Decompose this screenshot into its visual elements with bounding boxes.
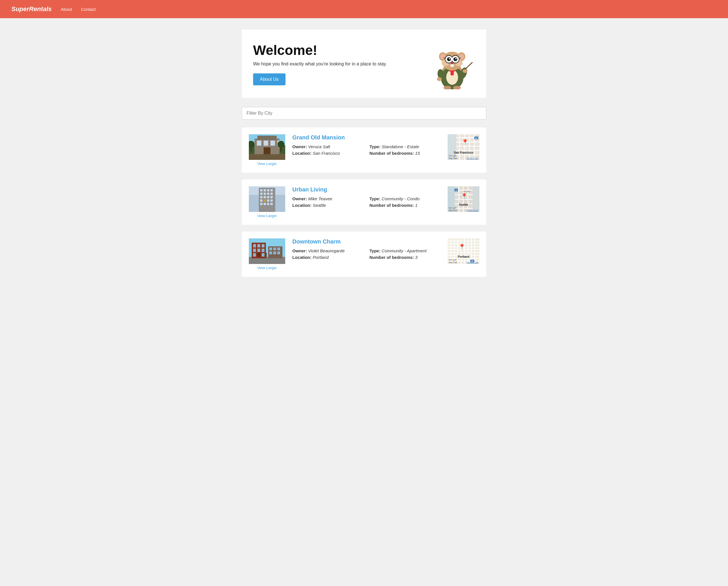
terms-of-use-link[interactable]: Terms of Use xyxy=(467,261,478,263)
svg-rect-76 xyxy=(264,199,266,202)
rental-name[interactable]: Urban Living xyxy=(292,186,441,193)
svg-rect-75 xyxy=(260,199,262,202)
svg-rect-85 xyxy=(473,186,479,212)
nav-link-contact[interactable]: Contact xyxy=(81,7,96,12)
svg-point-9 xyxy=(459,53,464,59)
location-value: San Francisco xyxy=(313,151,340,156)
google-logo: G o o g l e xyxy=(449,154,457,157)
terms-of-use-link[interactable]: Terms of Use xyxy=(467,157,478,159)
svg-rect-111 xyxy=(273,248,276,250)
svg-rect-4 xyxy=(450,70,453,75)
owner-value: Violet Beauregarde xyxy=(308,248,345,253)
list-item: Location: Portland xyxy=(292,255,364,260)
svg-rect-112 xyxy=(277,248,280,250)
svg-rect-113 xyxy=(269,252,272,254)
page-wrapper: Welcome! We hope you find exactly what y… xyxy=(236,18,492,301)
svg-rect-82 xyxy=(270,203,273,205)
svg-rect-74 xyxy=(270,196,273,198)
svg-rect-64 xyxy=(264,189,266,192)
svg-rect-72 xyxy=(264,196,266,198)
svg-point-46 xyxy=(278,141,284,148)
list-item: Number of bedrooms: 15 xyxy=(369,151,441,156)
hero-title: Welcome! xyxy=(253,42,387,58)
google-logo: G o o g l e xyxy=(449,206,457,209)
svg-rect-70 xyxy=(270,193,273,195)
svg-rect-79 xyxy=(260,203,262,205)
svg-rect-56 xyxy=(469,134,470,160)
rental-thumbnail xyxy=(249,238,285,264)
rental-info: Owner: Mike Teavee Type: Community - Con… xyxy=(292,196,441,208)
svg-rect-102 xyxy=(262,244,264,248)
rental-name[interactable]: Downtown Charm xyxy=(292,238,441,245)
map-pin-icon: 📍 xyxy=(462,139,469,145)
rental-thumbnail xyxy=(249,134,285,160)
rental-details: Grand Old Mansion Owner: Veruca Salt Typ… xyxy=(292,134,441,156)
svg-rect-81 xyxy=(267,203,269,205)
svg-point-20 xyxy=(453,57,457,61)
nav-link-about[interactable]: About xyxy=(61,7,72,12)
rental-info: Owner: Violet Beauregarde Type: Communit… xyxy=(292,248,441,260)
rental-name[interactable]: Grand Old Mansion xyxy=(292,134,441,141)
list-item: Number of bedrooms: 1 xyxy=(369,203,441,208)
map-city-label: Seattle xyxy=(459,203,468,206)
svg-rect-80 xyxy=(264,203,266,205)
svg-rect-42 xyxy=(264,147,270,154)
svg-rect-71 xyxy=(260,196,262,198)
bedrooms-value: 3 xyxy=(415,255,417,260)
view-larger-link[interactable]: View Larger xyxy=(257,214,277,218)
svg-rect-116 xyxy=(266,253,267,258)
type-value: Community - Apartment xyxy=(382,248,426,253)
list-item: Type: Community - Apartment xyxy=(369,248,441,253)
svg-rect-103 xyxy=(253,249,256,252)
navbar: SuperRentals About Contact xyxy=(0,0,728,18)
rental-image-col: View Larger xyxy=(249,238,286,270)
table-row: View Larger Downtown Charm Owner: Violet… xyxy=(242,232,486,277)
svg-rect-115 xyxy=(277,252,280,254)
map-city-label: Portland xyxy=(458,255,469,258)
filter-input[interactable] xyxy=(242,107,486,120)
svg-rect-110 xyxy=(269,248,272,250)
svg-rect-63 xyxy=(260,189,262,192)
svg-point-7 xyxy=(440,53,445,59)
google-logo: G o o g l e xyxy=(449,259,457,261)
svg-rect-101 xyxy=(257,244,260,248)
view-larger-link[interactable]: View Larger xyxy=(257,161,277,166)
nav-brand[interactable]: SuperRentals xyxy=(11,5,52,13)
svg-point-19 xyxy=(447,57,451,61)
map-data-label: Map Data xyxy=(449,209,457,211)
svg-rect-133 xyxy=(474,238,475,264)
svg-rect-129 xyxy=(461,238,462,264)
list-item: Location: Seattle xyxy=(292,203,364,208)
filter-section xyxy=(242,107,486,120)
svg-rect-100 xyxy=(253,244,256,248)
bedrooms-value: 1 xyxy=(415,203,417,208)
type-label: Type: xyxy=(369,248,381,253)
terms-of-use-link[interactable]: Terms of Use xyxy=(467,209,478,211)
svg-text:5: 5 xyxy=(456,189,457,192)
owner-label: Owner: xyxy=(292,196,307,201)
svg-rect-66 xyxy=(270,189,273,192)
svg-rect-67 xyxy=(260,193,262,195)
list-item: Number of bedrooms: 3 xyxy=(369,255,441,260)
svg-rect-38 xyxy=(257,141,261,146)
svg-rect-130 xyxy=(464,238,465,264)
table-row: View Larger Grand Old Mansion Owner: Ver… xyxy=(242,127,486,173)
mascot xyxy=(430,41,475,86)
svg-rect-91 xyxy=(459,186,459,212)
rental-details: Urban Living Owner: Mike Teavee Type: Co… xyxy=(292,186,441,208)
svg-rect-108 xyxy=(257,253,260,257)
svg-rect-65 xyxy=(267,189,269,192)
svg-rect-131 xyxy=(468,238,468,264)
rental-details: Downtown Charm Owner: Violet Beauregarde… xyxy=(292,238,441,260)
svg-rect-104 xyxy=(257,249,260,252)
svg-rect-55 xyxy=(464,134,465,160)
view-larger-link[interactable]: View Larger xyxy=(257,266,277,270)
hero-text: Welcome! We hope you find exactly what y… xyxy=(253,42,387,85)
svg-rect-105 xyxy=(262,249,264,252)
map-data-label: Map Data xyxy=(449,261,457,263)
list-item: Type: Standalone - Estate xyxy=(369,144,441,149)
bedrooms-value: 15 xyxy=(415,151,420,156)
svg-point-21 xyxy=(449,58,450,59)
about-us-button[interactable]: About Us xyxy=(253,73,286,85)
svg-rect-77 xyxy=(267,199,269,202)
